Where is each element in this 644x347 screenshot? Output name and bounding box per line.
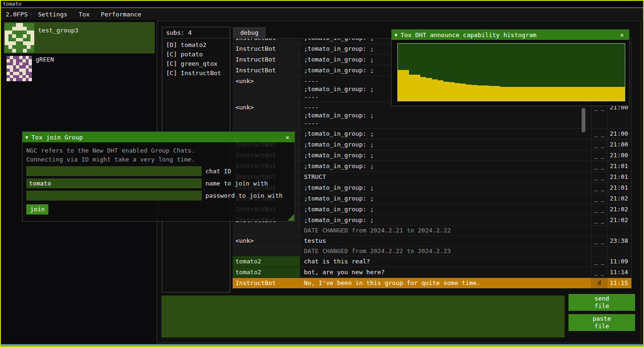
join-field-chat-id[interactable]	[26, 166, 202, 176]
message-author: <unk>	[233, 236, 300, 246]
histogram-bar	[483, 85, 488, 101]
message-author: tomato2	[233, 256, 300, 267]
histogram-bar	[545, 87, 551, 101]
paste-file-button[interactable]: pastefile	[568, 314, 635, 331]
join-field-row: password to join with	[26, 191, 291, 200]
member-list: [D] tomato2[C] potato[C] green_qtox[C] I…	[162, 40, 230, 78]
histogram-bar	[574, 87, 579, 101]
message-flags: _ _	[591, 150, 607, 161]
message-author: InstructBot	[233, 38, 300, 43]
message-author: InstructBot	[233, 278, 300, 288]
histogram-bar	[596, 87, 602, 101]
message-flags: _ _	[591, 129, 607, 139]
histogram-bar	[466, 85, 471, 101]
join-field-password[interactable]	[26, 191, 202, 200]
histogram-bar	[602, 87, 607, 101]
collapse-arrow-icon[interactable]: ▼	[394, 32, 397, 38]
message-input[interactable]	[161, 295, 565, 338]
join-field-label: password to join with	[205, 192, 282, 199]
message-text: ;tomato_in_group: ;	[300, 204, 591, 215]
message-author: InstructBot	[233, 54, 300, 65]
message-row[interactable]: InstructBotNo, I've been in this group f…	[233, 278, 631, 288]
group-item-gREEN[interactable]: gREEN	[4, 54, 155, 82]
histogram-bar	[471, 85, 477, 101]
message-author: InstructBot	[233, 44, 300, 54]
message-text: testus	[300, 236, 591, 246]
menu-item-performance[interactable]: Performance	[95, 11, 147, 18]
histogram-bar	[539, 87, 545, 101]
message-scrollbar[interactable]	[582, 108, 585, 132]
message-author: <unk>	[233, 76, 300, 102]
paste-file-button-label-line: paste	[592, 315, 611, 323]
message-text: ;tomato_in_group: ;	[300, 193, 591, 204]
menu-item-settings[interactable]: Settings	[32, 11, 73, 18]
close-icon[interactable]: ✕	[618, 31, 626, 39]
message-text: STRUCT	[300, 172, 591, 182]
window-titlebar: tomato	[1, 1, 643, 8]
message-flags: d	[591, 278, 607, 288]
member-item[interactable]: [C] InstructBot	[162, 69, 230, 78]
collapse-arrow-icon[interactable]: ▼	[25, 135, 28, 140]
message-row[interactable]: tomato2chat is this real?_ _11:09	[233, 256, 631, 267]
histogram-bar	[500, 87, 506, 101]
send-file-button-label-line: send	[594, 295, 609, 302]
histogram-bar	[607, 87, 613, 101]
close-icon[interactable]: ✕	[283, 134, 292, 141]
message-flags: _ _	[591, 236, 607, 246]
message-text: ;tomato_in_group: ;	[300, 139, 591, 150]
date-separator-row[interactable]: DATE CHANGED from 2024.2.21 to 2024.2.22	[233, 226, 631, 236]
message-time: 11:09	[607, 256, 631, 267]
message-row[interactable]: <unk>testus_ _23:38	[233, 236, 631, 247]
dht-histogram-titlebar[interactable]: ▼ Tox DHT announce capability histogram …	[392, 30, 629, 40]
window-title: tomato	[3, 1, 22, 7]
join-field-name[interactable]	[26, 178, 202, 188]
histogram-bar	[460, 84, 466, 101]
message-flags: _ _	[591, 193, 607, 204]
message-time	[607, 247, 631, 256]
join-group-titlebar[interactable]: ▼ Tox join Group ✕	[23, 132, 295, 142]
histogram-bar	[528, 87, 534, 101]
histogram-bar	[534, 87, 539, 101]
message-author	[233, 226, 300, 235]
message-time: 21:00	[607, 102, 631, 128]
histogram-bar	[562, 87, 568, 101]
message-row[interactable]: <unk>----;tomato_in_group: ;----_ _21:00	[233, 102, 631, 129]
message-flags: _ _	[591, 161, 607, 171]
histogram-bar	[506, 87, 511, 101]
message-text: bot, are you new here?	[300, 267, 591, 278]
histogram-bar	[551, 87, 557, 101]
histogram-plot[interactable]	[397, 43, 625, 101]
menubar-menus: SettingsToxPerformance	[32, 11, 147, 18]
date-separator-row[interactable]: DATE CHANGED from 2024.2.22 to 2024.2.23	[233, 247, 631, 256]
message-row[interactable]: tomato2bot, are you new here?_ _11:14	[233, 267, 631, 278]
histogram-bar	[426, 78, 432, 101]
histogram-bar	[432, 79, 438, 101]
message-text: No, I've been in this group for quite so…	[300, 278, 591, 288]
group-avatar-icon	[5, 23, 34, 53]
message-time: 11:14	[607, 267, 631, 278]
message-flags	[591, 247, 607, 256]
group-item-test_group3[interactable]: test_group3	[4, 22, 155, 54]
member-item[interactable]: [C] potato	[162, 50, 230, 59]
histogram-bar	[523, 87, 528, 101]
join-fields: chat IDname to join withpassword to join…	[26, 166, 291, 200]
message-flags: _ _	[591, 139, 607, 150]
message-time: 21:00	[607, 139, 631, 150]
histogram-bar	[415, 75, 420, 101]
send-file-button[interactable]: sendfile	[568, 294, 635, 311]
histogram-bar	[585, 87, 591, 101]
member-item[interactable]: [D] tomato2	[162, 40, 230, 50]
resize-grip[interactable]	[288, 214, 294, 221]
menu-item-tox[interactable]: Tox	[73, 11, 95, 18]
dht-histogram-title: Tox DHT announce capability histogram	[401, 31, 614, 39]
join-button[interactable]: join	[26, 204, 48, 215]
histogram-bar	[619, 87, 625, 101]
date-separator-text: DATE CHANGED from 2024.2.21 to 2024.2.22	[300, 226, 591, 235]
tab-debug[interactable]: debug	[233, 27, 265, 38]
date-separator-text: DATE CHANGED from 2024.2.22 to 2024.2.23	[300, 247, 591, 256]
message-text: ;tomato_in_group: ;	[300, 161, 591, 171]
histogram-bar	[517, 87, 523, 101]
message-flags: _ _	[591, 183, 607, 193]
member-item[interactable]: [C] green_qtox	[162, 59, 230, 69]
group-name: gREEN	[36, 56, 54, 63]
